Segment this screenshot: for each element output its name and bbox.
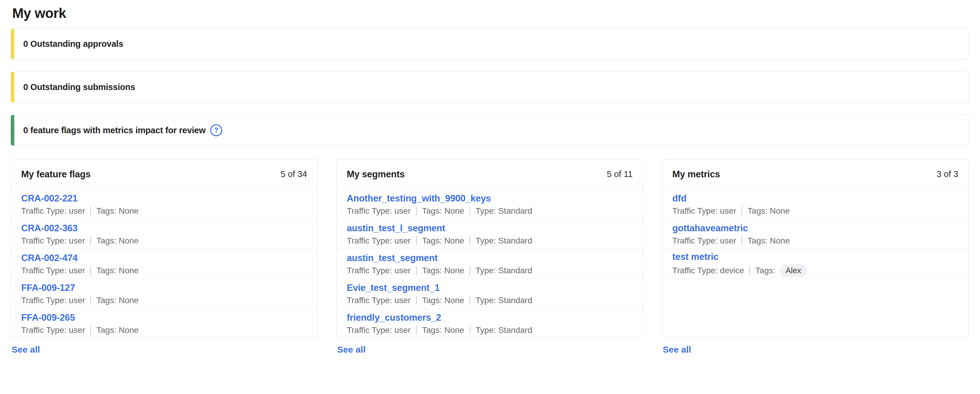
item-meta-text: Traffic Type: user bbox=[672, 236, 736, 246]
item-meta-text: Tags: None bbox=[422, 265, 465, 276]
item-link[interactable]: friendly_customers_2 bbox=[347, 312, 441, 323]
item-meta-text: Traffic Type: user bbox=[21, 206, 85, 216]
item-link[interactable]: Another_testing_with_9900_keys bbox=[347, 193, 491, 204]
card-my-metrics: My metrics3 of 3dfdTraffic Type: userTag… bbox=[662, 159, 969, 338]
meta-divider bbox=[416, 266, 417, 275]
meta-divider bbox=[470, 296, 470, 305]
card-count: 3 of 3 bbox=[937, 169, 958, 179]
banner-outstanding-approvals-text: 0 Outstanding approvals bbox=[23, 39, 123, 49]
item-meta-text: Traffic Type: user bbox=[21, 265, 85, 276]
item-link[interactable]: dfd bbox=[672, 193, 687, 204]
list-item: CRA-002-474Traffic Type: userTags: None bbox=[11, 249, 317, 279]
banner-flags-metrics-impact: 0 feature flags with metrics impact for … bbox=[11, 115, 969, 146]
see-all-link[interactable]: See all bbox=[12, 345, 40, 355]
card-title: My feature flags bbox=[21, 169, 91, 180]
item-meta-text: Tags: None bbox=[748, 206, 790, 216]
item-meta: Traffic Type: userTags: NoneType: Standa… bbox=[347, 206, 633, 216]
list-item: dfdTraffic Type: userTags: None bbox=[662, 189, 968, 219]
meta-divider bbox=[91, 236, 91, 245]
banner-outstanding-submissions-text: 0 Outstanding submissions bbox=[23, 82, 135, 92]
item-meta-text: Tags: None bbox=[748, 236, 790, 246]
meta-divider bbox=[416, 236, 417, 245]
item-meta-text: Traffic Type: user bbox=[347, 236, 410, 246]
list-item: Evie_test_segment_1Traffic Type: userTag… bbox=[337, 279, 643, 308]
meta-divider bbox=[470, 266, 470, 275]
item-meta: Traffic Type: userTags: None bbox=[21, 265, 307, 276]
card-column-my-feature-flags: My feature flags5 of 34CRA-002-221Traffi… bbox=[11, 159, 318, 355]
help-icon[interactable]: ? bbox=[210, 124, 222, 136]
meta-divider bbox=[470, 236, 470, 245]
item-link[interactable]: Evie_test_segment_1 bbox=[347, 282, 440, 294]
see-all-link[interactable]: See all bbox=[663, 345, 691, 355]
item-link[interactable]: CRA-002-363 bbox=[21, 222, 78, 234]
item-meta: Traffic Type: userTags: None bbox=[672, 206, 958, 216]
page-title: My work bbox=[12, 5, 969, 21]
list-item: Another_testing_with_9900_keysTraffic Ty… bbox=[337, 189, 643, 219]
item-link[interactable]: gottahaveametric bbox=[672, 222, 748, 234]
tag-chip: Alex bbox=[780, 264, 807, 277]
list-item: CRA-002-221Traffic Type: userTags: None bbox=[11, 189, 317, 219]
item-meta: Traffic Type: userTags: None bbox=[21, 296, 307, 305]
item-link[interactable]: austin_test_l_segment bbox=[347, 222, 445, 234]
meta-divider bbox=[91, 266, 91, 275]
card-title: My segments bbox=[347, 169, 405, 180]
item-meta: Traffic Type: userTags: None bbox=[21, 236, 307, 246]
item-meta-text: Type: Standard bbox=[476, 296, 532, 305]
item-meta-text: Tags: bbox=[756, 265, 775, 276]
card-column-my-segments: My segments5 of 11Another_testing_with_9… bbox=[336, 159, 643, 355]
list-item: FFA-009-127Traffic Type: userTags: None bbox=[11, 279, 317, 308]
card-my-segments: My segments5 of 11Another_testing_with_9… bbox=[336, 159, 643, 338]
banner-outstanding-approvals: 0 Outstanding approvals bbox=[11, 28, 969, 59]
list-item: CRA-002-363Traffic Type: userTags: None bbox=[11, 219, 317, 249]
item-meta: Traffic Type: userTags: NoneType: Standa… bbox=[347, 296, 633, 305]
item-link[interactable]: FFA-009-265 bbox=[21, 312, 75, 323]
banner-outstanding-submissions: 0 Outstanding submissions bbox=[11, 71, 969, 103]
item-link[interactable]: CRA-002-474 bbox=[21, 253, 78, 264]
meta-divider bbox=[91, 296, 91, 305]
see-all-link[interactable]: See all bbox=[337, 345, 366, 355]
item-meta-text: Traffic Type: user bbox=[347, 325, 410, 335]
item-meta-text: Tags: None bbox=[96, 296, 139, 305]
item-meta-text: Tags: None bbox=[422, 296, 465, 305]
item-meta: Traffic Type: userTags: None bbox=[21, 206, 307, 216]
item-meta: Traffic Type: userTags: NoneType: Standa… bbox=[347, 236, 633, 246]
my-work-page: My work 0 Outstanding approvals 0 Outsta… bbox=[0, 5, 980, 355]
item-link[interactable]: austin_test_segment bbox=[347, 253, 438, 264]
banner-flags-metrics-impact-text: 0 feature flags with metrics impact for … bbox=[23, 126, 205, 135]
item-link[interactable]: CRA-002-221 bbox=[21, 193, 78, 204]
item-meta-text: Traffic Type: user bbox=[672, 206, 736, 216]
card-header: My metrics3 of 3 bbox=[662, 159, 968, 189]
item-meta-text: Traffic Type: user bbox=[347, 296, 410, 305]
card-count: 5 of 34 bbox=[281, 169, 307, 179]
item-meta-text: Tags: None bbox=[96, 206, 139, 216]
cards-row: My feature flags5 of 34CRA-002-221Traffi… bbox=[11, 159, 969, 355]
item-meta-text: Traffic Type: user bbox=[21, 236, 85, 246]
list-item: austin_test_l_segmentTraffic Type: userT… bbox=[337, 219, 643, 249]
meta-divider bbox=[749, 266, 750, 275]
card-column-my-metrics: My metrics3 of 3dfdTraffic Type: userTag… bbox=[662, 159, 969, 355]
card-header: My feature flags5 of 34 bbox=[11, 159, 317, 189]
item-meta-text: Type: Standard bbox=[476, 265, 532, 276]
item-meta: Traffic Type: userTags: NoneType: Standa… bbox=[347, 265, 633, 276]
item-link[interactable]: test metric bbox=[672, 251, 718, 262]
item-meta-text: Tags: None bbox=[96, 236, 139, 246]
item-meta-text: Tags: None bbox=[422, 325, 465, 335]
card-title: My metrics bbox=[672, 169, 720, 180]
meta-divider bbox=[742, 207, 742, 216]
meta-divider bbox=[470, 207, 470, 216]
item-meta: Traffic Type: userTags: None bbox=[21, 325, 307, 335]
item-meta-text: Tags: None bbox=[422, 236, 465, 246]
item-meta: Traffic Type: deviceTags:Alex bbox=[672, 264, 958, 277]
item-meta-text: Traffic Type: user bbox=[347, 265, 410, 276]
list-item: gottahaveametricTraffic Type: userTags: … bbox=[662, 219, 968, 249]
meta-divider bbox=[416, 207, 417, 216]
list-item: test metricTraffic Type: deviceTags:Alex bbox=[662, 249, 968, 279]
meta-divider bbox=[91, 207, 91, 216]
list-item: austin_test_segmentTraffic Type: userTag… bbox=[337, 249, 643, 279]
meta-divider bbox=[742, 236, 742, 245]
item-meta-text: Tags: None bbox=[96, 265, 139, 276]
item-meta-text: Type: Standard bbox=[476, 325, 532, 335]
list-item: friendly_customers_2Traffic Type: userTa… bbox=[337, 308, 643, 338]
item-link[interactable]: FFA-009-127 bbox=[21, 282, 75, 294]
item-meta-text: Type: Standard bbox=[476, 236, 532, 246]
